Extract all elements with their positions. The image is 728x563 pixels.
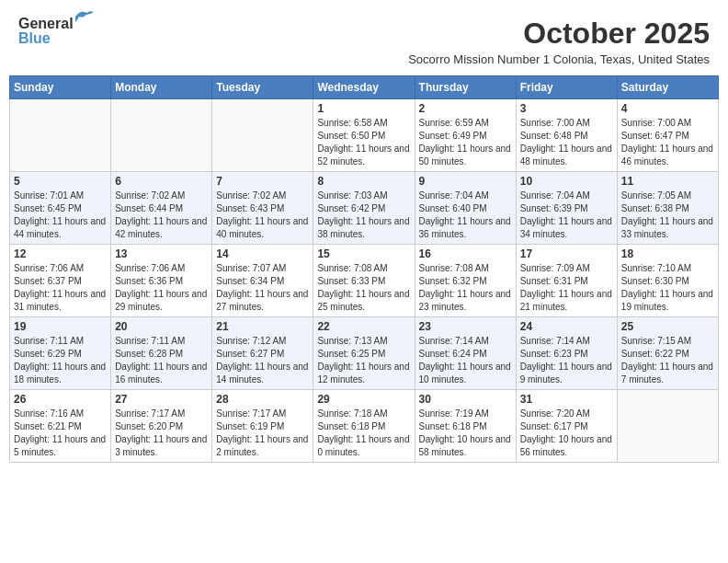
- day-content: Sunrise: 7:10 AM Sunset: 6:30 PM Dayligh…: [621, 262, 714, 314]
- calendar-cell: 3Sunrise: 7:00 AM Sunset: 6:48 PM Daylig…: [516, 99, 617, 172]
- calendar-cell: 12Sunrise: 7:06 AM Sunset: 6:37 PM Dayli…: [10, 245, 111, 317]
- calendar-cell: 5Sunrise: 7:01 AM Sunset: 6:45 PM Daylig…: [10, 172, 111, 245]
- day-content: Sunrise: 7:01 AM Sunset: 6:45 PM Dayligh…: [14, 190, 107, 241]
- logo-bird-icon: [74, 9, 94, 24]
- calendar-cell: 15Sunrise: 7:08 AM Sunset: 6:33 PM Dayli…: [313, 245, 415, 317]
- day-content: Sunrise: 7:00 AM Sunset: 6:48 PM Dayligh…: [520, 117, 613, 168]
- location-subtitle: Socorro Mission Number 1 Colonia, Texas,…: [408, 52, 710, 66]
- calendar-table: SundayMondayTuesdayWednesdayThursdayFrid…: [9, 75, 719, 463]
- calendar-cell: 24Sunrise: 7:14 AM Sunset: 6:23 PM Dayli…: [516, 317, 617, 390]
- day-content: Sunrise: 7:18 AM Sunset: 6:18 PM Dayligh…: [317, 408, 410, 459]
- day-number: 2: [419, 102, 512, 115]
- day-content: Sunrise: 7:17 AM Sunset: 6:19 PM Dayligh…: [216, 408, 309, 459]
- day-content: Sunrise: 7:08 AM Sunset: 6:33 PM Dayligh…: [317, 262, 410, 314]
- calendar-cell: [10, 99, 111, 172]
- day-content: Sunrise: 7:19 AM Sunset: 6:18 PM Dayligh…: [419, 408, 512, 459]
- day-number: 9: [419, 175, 512, 188]
- day-content: Sunrise: 7:03 AM Sunset: 6:42 PM Dayligh…: [317, 190, 410, 241]
- logo: General Blue: [18, 17, 74, 46]
- day-content: Sunrise: 7:06 AM Sunset: 6:37 PM Dayligh…: [14, 262, 107, 314]
- day-content: Sunrise: 6:59 AM Sunset: 6:49 PM Dayligh…: [419, 117, 512, 168]
- day-number: 12: [14, 247, 107, 260]
- day-header-wednesday: Wednesday: [313, 76, 415, 99]
- calendar-cell: 21Sunrise: 7:12 AM Sunset: 6:27 PM Dayli…: [212, 317, 313, 390]
- day-number: 1: [317, 102, 410, 115]
- calendar-cell: [212, 99, 313, 172]
- day-number: 20: [115, 320, 208, 333]
- day-number: 29: [317, 393, 410, 406]
- day-number: 25: [621, 320, 714, 333]
- day-number: 31: [520, 393, 613, 406]
- month-title: October 2025: [408, 17, 710, 51]
- calendar-week-row: 26Sunrise: 7:16 AM Sunset: 6:21 PM Dayli…: [10, 390, 719, 463]
- calendar-week-row: 1Sunrise: 6:58 AM Sunset: 6:50 PM Daylig…: [10, 99, 719, 172]
- day-number: 15: [317, 247, 410, 260]
- day-number: 14: [216, 247, 309, 260]
- calendar-cell: 22Sunrise: 7:13 AM Sunset: 6:25 PM Dayli…: [313, 317, 415, 390]
- calendar-cell: 28Sunrise: 7:17 AM Sunset: 6:19 PM Dayli…: [212, 390, 313, 463]
- day-number: 18: [621, 247, 714, 260]
- day-content: Sunrise: 7:12 AM Sunset: 6:27 PM Dayligh…: [216, 335, 309, 386]
- calendar-cell: 13Sunrise: 7:06 AM Sunset: 6:36 PM Dayli…: [111, 245, 212, 317]
- day-number: 3: [520, 102, 613, 115]
- calendar-cell: 16Sunrise: 7:08 AM Sunset: 6:32 PM Dayli…: [415, 245, 516, 317]
- day-content: Sunrise: 7:15 AM Sunset: 6:22 PM Dayligh…: [621, 335, 714, 386]
- day-content: Sunrise: 7:05 AM Sunset: 6:38 PM Dayligh…: [621, 190, 714, 241]
- day-number: 19: [14, 320, 107, 333]
- calendar-cell: 23Sunrise: 7:14 AM Sunset: 6:24 PM Dayli…: [415, 317, 516, 390]
- day-content: Sunrise: 7:08 AM Sunset: 6:32 PM Dayligh…: [419, 262, 512, 314]
- day-number: 30: [419, 393, 512, 406]
- calendar-cell: 18Sunrise: 7:10 AM Sunset: 6:30 PM Dayli…: [617, 245, 718, 317]
- day-number: 16: [419, 247, 512, 260]
- day-content: Sunrise: 7:00 AM Sunset: 6:47 PM Dayligh…: [621, 117, 714, 168]
- day-header-saturday: Saturday: [617, 76, 718, 99]
- logo-blue-text: Blue: [18, 31, 74, 46]
- calendar-cell: 7Sunrise: 7:02 AM Sunset: 6:43 PM Daylig…: [212, 172, 313, 245]
- day-number: 8: [317, 175, 410, 188]
- calendar-cell: [111, 99, 212, 172]
- day-content: Sunrise: 7:02 AM Sunset: 6:44 PM Dayligh…: [115, 190, 208, 241]
- day-number: 23: [419, 320, 512, 333]
- calendar-cell: 17Sunrise: 7:09 AM Sunset: 6:31 PM Dayli…: [516, 245, 617, 317]
- calendar-cell: 10Sunrise: 7:04 AM Sunset: 6:39 PM Dayli…: [516, 172, 617, 245]
- calendar-cell: 8Sunrise: 7:03 AM Sunset: 6:42 PM Daylig…: [313, 172, 415, 245]
- calendar-cell: 29Sunrise: 7:18 AM Sunset: 6:18 PM Dayli…: [313, 390, 415, 463]
- calendar-cell: 30Sunrise: 7:19 AM Sunset: 6:18 PM Dayli…: [415, 390, 516, 463]
- day-content: Sunrise: 7:02 AM Sunset: 6:43 PM Dayligh…: [216, 190, 309, 241]
- calendar-cell: [617, 390, 718, 463]
- day-number: 7: [216, 175, 309, 188]
- calendar-cell: 26Sunrise: 7:16 AM Sunset: 6:21 PM Dayli…: [10, 390, 111, 463]
- day-content: Sunrise: 7:11 AM Sunset: 6:29 PM Dayligh…: [14, 335, 107, 386]
- day-content: Sunrise: 7:04 AM Sunset: 6:39 PM Dayligh…: [520, 190, 613, 241]
- day-number: 6: [115, 175, 208, 188]
- calendar-cell: 6Sunrise: 7:02 AM Sunset: 6:44 PM Daylig…: [111, 172, 212, 245]
- calendar-cell: 31Sunrise: 7:20 AM Sunset: 6:17 PM Dayli…: [516, 390, 617, 463]
- calendar-cell: 14Sunrise: 7:07 AM Sunset: 6:34 PM Dayli…: [212, 245, 313, 317]
- day-content: Sunrise: 7:07 AM Sunset: 6:34 PM Dayligh…: [216, 262, 309, 314]
- day-header-friday: Friday: [516, 76, 617, 99]
- day-number: 13: [115, 247, 208, 260]
- calendar-cell: 27Sunrise: 7:17 AM Sunset: 6:20 PM Dayli…: [111, 390, 212, 463]
- calendar-week-row: 5Sunrise: 7:01 AM Sunset: 6:45 PM Daylig…: [10, 172, 719, 245]
- day-content: Sunrise: 7:13 AM Sunset: 6:25 PM Dayligh…: [317, 335, 410, 386]
- calendar-cell: 2Sunrise: 6:59 AM Sunset: 6:49 PM Daylig…: [415, 99, 516, 172]
- calendar-cell: 9Sunrise: 7:04 AM Sunset: 6:40 PM Daylig…: [415, 172, 516, 245]
- calendar-cell: 20Sunrise: 7:11 AM Sunset: 6:28 PM Dayli…: [111, 317, 212, 390]
- title-section: October 2025 Socorro Mission Number 1 Co…: [408, 17, 710, 66]
- day-header-tuesday: Tuesday: [212, 76, 313, 99]
- calendar-cell: 19Sunrise: 7:11 AM Sunset: 6:29 PM Dayli…: [10, 317, 111, 390]
- day-number: 24: [520, 320, 613, 333]
- day-header-thursday: Thursday: [415, 76, 516, 99]
- day-content: Sunrise: 7:06 AM Sunset: 6:36 PM Dayligh…: [115, 262, 208, 314]
- day-number: 26: [14, 393, 107, 406]
- calendar-header-row: SundayMondayTuesdayWednesdayThursdayFrid…: [10, 76, 719, 99]
- calendar-cell: 1Sunrise: 6:58 AM Sunset: 6:50 PM Daylig…: [313, 99, 415, 172]
- day-number: 4: [621, 102, 714, 115]
- calendar-cell: 25Sunrise: 7:15 AM Sunset: 6:22 PM Dayli…: [617, 317, 718, 390]
- day-number: 21: [216, 320, 309, 333]
- day-number: 27: [115, 393, 208, 406]
- day-number: 28: [216, 393, 309, 406]
- day-content: Sunrise: 6:58 AM Sunset: 6:50 PM Dayligh…: [317, 117, 410, 168]
- day-number: 11: [621, 175, 714, 188]
- day-content: Sunrise: 7:20 AM Sunset: 6:17 PM Dayligh…: [520, 408, 613, 459]
